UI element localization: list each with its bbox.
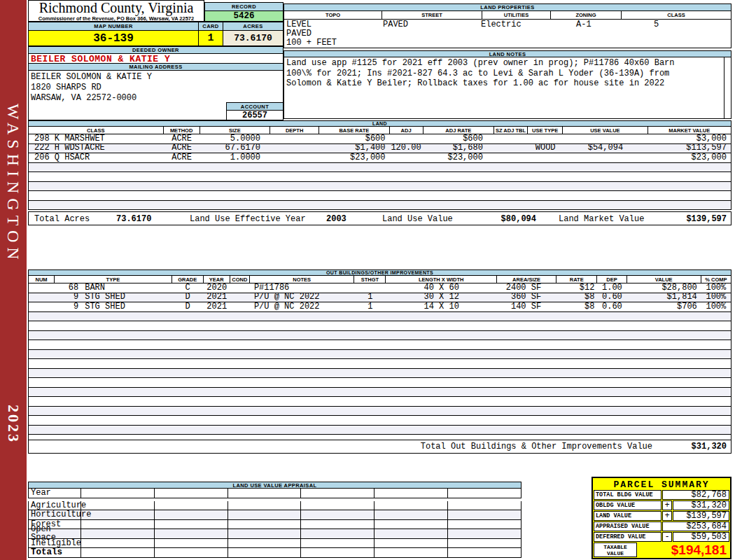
appraisal-cell [374, 510, 448, 520]
land-empty-row [28, 182, 732, 192]
ob-empty-row [28, 426, 732, 435]
summary-sign: + [662, 500, 672, 510]
cell-year: 2020 [204, 284, 230, 293]
land-empty-row [28, 201, 732, 211]
land-use-value-label: Land Use Value [382, 214, 453, 224]
cell-value: $706 [626, 302, 701, 312]
appraisal-cell [448, 501, 522, 511]
cell-grade: D [172, 302, 204, 312]
summary-label: LAND VALUE [594, 511, 662, 521]
deeded-owner-value: BEILER SOLOMON & KATIE Y [28, 54, 284, 63]
mailing-line-2: 1820 SHARPS RD [31, 83, 283, 93]
ob-total-label: Total Out Buildings & Other Improvements… [421, 442, 652, 451]
cell-type: BARN [81, 284, 172, 293]
cell-size: 1.0000 [200, 153, 270, 162]
account-header: ACCOUNT [226, 102, 284, 111]
summary-row: OBLDG VALUE + $31,320 [594, 500, 729, 510]
account-box: ACCOUNT 26557 [226, 102, 284, 120]
appraisal-row-agriculture: Agriculture [28, 501, 522, 511]
cell-area-size: 140 SF [497, 302, 556, 312]
topo-column-header: TOPO [284, 11, 382, 19]
cell-area-size: 360 SF [497, 293, 556, 302]
appraisal-cell [448, 529, 522, 539]
col-class: CLASS [29, 127, 164, 134]
account-value: 26557 [226, 111, 284, 120]
card-value[interactable]: 1 [198, 31, 223, 46]
zoning-column-header: ZONING [551, 11, 622, 19]
record-value[interactable]: 5426 [204, 11, 284, 22]
appraisal-cell [301, 501, 374, 511]
land-market-value-label: Land Market Value [559, 214, 644, 224]
card-header: CARD [198, 22, 223, 31]
row-label: Agriculture [29, 501, 81, 511]
appraisal-cell [374, 529, 448, 539]
acres-value: 73.6170 [223, 31, 284, 46]
out-buildings-header: OUT BUILDINGS/OTHER IMPROVEMENTS [28, 270, 732, 276]
appraisal-cell [81, 520, 155, 530]
cell-class: 206 Q HSACR [29, 153, 164, 162]
effective-year-value: 2003 [326, 214, 346, 224]
land-empty-row [28, 163, 732, 173]
summary-label: APPRAISED VALUE [594, 522, 662, 531]
out-buildings-table: OUT BUILDINGS/OTHER IMPROVEMENTS NUM TYP… [28, 270, 732, 442]
cell-base-rate: $600 [319, 134, 389, 144]
col-adj: ADJ [390, 127, 424, 134]
cell-length-width: 30 X 12 [386, 293, 496, 302]
ob-empty-row [28, 378, 732, 388]
land-totals-bar: Total Acres 73.6170 Land Use Effective Y… [28, 211, 732, 225]
appraisal-cell [301, 548, 374, 558]
appraisal-cell [81, 501, 155, 511]
mailing-address-header: MAILING ADDRESS [28, 63, 284, 71]
appraisal-cell [228, 548, 302, 558]
acres-header: ACRES [223, 22, 284, 31]
summary-label: OBLDG VALUE [594, 500, 662, 510]
appraisal-cell [448, 539, 522, 549]
map-card-acres-headers: MAP NUMBER CARD ACRES [28, 22, 284, 31]
map-number-value[interactable]: 36-139 [28, 31, 198, 46]
utilities-column-header: UTILITIES [482, 11, 551, 19]
row-label: Open Space [29, 529, 81, 539]
land-properties-section: LAND PROPERTIES TOPO STREET UTILITIES ZO… [284, 4, 732, 48]
col-rate: RATE [556, 276, 597, 283]
street-column-header: STREET [382, 11, 482, 19]
deeded-owner-header: DEEDED OWNER [28, 46, 284, 54]
cell-method: ACRE [164, 144, 200, 153]
col-depth: DEPTH [270, 127, 319, 134]
county-title: Richmond County, Virginia [29, 1, 204, 15]
cell-sthgt: 1 [354, 302, 386, 312]
cell-num: 9 [29, 293, 81, 302]
cell-market-value: $113,597 [648, 144, 731, 153]
appraisal-cell [448, 548, 522, 558]
cell-size: 5.0000 [200, 134, 270, 144]
cell-sthgt: 1 [354, 293, 386, 302]
cell-method: ACRE [164, 153, 200, 162]
col-base-rate: BASE RATE [319, 127, 389, 134]
cell-adj-rate: $600 [424, 134, 494, 144]
summary-value: $59,503 [673, 532, 729, 542]
appraisal-cell [448, 520, 522, 530]
land-notes-body: Land use app #1125 for 2021 eff 2003 (pr… [284, 57, 732, 119]
tax-year-label: 2023 [4, 405, 22, 444]
cell-num: 68 [29, 284, 81, 293]
land-empty-row [28, 191, 732, 201]
ob-empty-row [28, 369, 732, 379]
col-num: NUM [29, 276, 55, 283]
cell-year: 2021 [204, 293, 230, 302]
ob-empty-row [28, 331, 732, 341]
cell-type: STG SHED [81, 293, 172, 302]
total-acres-label: Total Acres [34, 214, 90, 224]
summary-row: LAND VALUE + $139,597 [594, 511, 729, 521]
cell-notes: P/U @ NC 2022 [250, 302, 354, 312]
col-grade: GRADE [172, 276, 204, 283]
cell-comp: 100% [701, 284, 731, 293]
cell-base-rate: $1,400 [319, 144, 389, 153]
ob-empty-row [28, 416, 732, 426]
land-notes-line-2: 100\% for 2021; Ins #2021-827 64.3 ac to… [286, 69, 721, 79]
appraisal-row-forest: Forest [28, 520, 522, 530]
ob-empty-row [28, 350, 732, 360]
appraisal-cell [228, 529, 302, 539]
col-dep: DEP [597, 276, 626, 283]
summary-sign: - [662, 532, 672, 542]
mailing-line-1: BEILER SOLOMON & KATIE Y [31, 72, 283, 83]
notes-scrollbar[interactable] [724, 57, 731, 118]
